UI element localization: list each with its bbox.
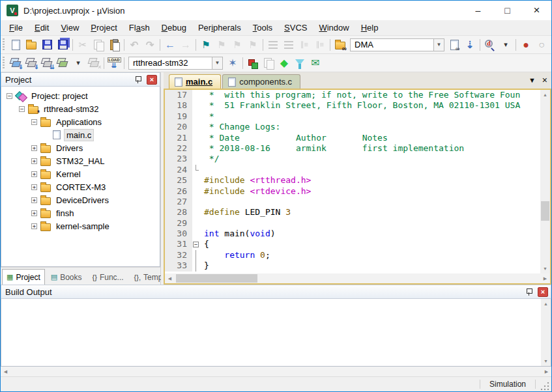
comment-button[interactable]: ∥≡ [297, 37, 312, 53]
select-packs-button[interactable] [292, 55, 308, 71]
indent-button[interactable] [265, 37, 281, 53]
toolbar-grip[interactable] [2, 38, 6, 51]
lookup-dropdown[interactable]: ▾ [498, 37, 514, 53]
kill-breakpoints-button[interactable] [549, 37, 551, 53]
editor-vscrollbar[interactable]: ▲ ▼ [540, 90, 550, 273]
expand-icon[interactable]: + [31, 210, 37, 216]
breakpoint-button[interactable]: ● [518, 37, 534, 53]
scroll-left-icon[interactable]: ◀ [1, 367, 10, 376]
menu-peripherals[interactable]: Peripherals [192, 21, 247, 35]
navigate-forward-button[interactable]: → [178, 37, 194, 53]
hscroll-thumb[interactable] [176, 274, 257, 283]
bookmark-clear-button[interactable]: ⚑ [245, 37, 261, 53]
scroll-left-icon[interactable]: ◀ [165, 273, 175, 283]
collapse-icon[interactable]: − [31, 119, 37, 125]
tree-item-drivers[interactable]: +Drivers [1, 141, 160, 154]
panel-tab-project[interactable]: ▦Project [2, 269, 45, 285]
open-button[interactable] [23, 37, 39, 53]
find-in-files-doc-button[interactable]: ∞ [446, 37, 462, 53]
close-document-icon[interactable]: × [542, 75, 547, 85]
tree-item-applications[interactable]: −Applications [1, 115, 160, 128]
scroll-up-icon[interactable]: ▲ [541, 299, 551, 309]
stop-build-button[interactable]: × [86, 55, 102, 71]
pin-icon[interactable] [525, 287, 534, 296]
cut-button[interactable]: ✂ [75, 37, 91, 53]
expand-icon[interactable]: + [31, 184, 37, 190]
lookup-button[interactable]: d [482, 37, 498, 53]
incremental-find-button[interactable]: ⇣ [462, 37, 478, 53]
build-output-hscrollbar[interactable]: ◀ ▶ [1, 367, 551, 376]
tree-item-kernel-sample[interactable]: +kernel-sample [1, 219, 160, 232]
expand-icon[interactable]: + [31, 197, 37, 203]
scroll-down-icon[interactable]: ▼ [540, 264, 550, 273]
scroll-down-icon[interactable]: ▼ [541, 356, 551, 366]
navigate-back-button[interactable]: ← [162, 37, 178, 53]
build-output-close-icon[interactable]: × [538, 287, 548, 297]
tree-item-rtthread-stm32[interactable]: −*rtthread-stm32 [1, 102, 160, 115]
pin-icon[interactable] [134, 75, 143, 84]
find-in-files-button[interactable]: ∞ [332, 37, 348, 53]
expand-icon[interactable]: + [31, 171, 37, 177]
scroll-right-icon[interactable]: ▶ [542, 367, 551, 376]
bookmark-next-button[interactable]: ⚑ [229, 37, 245, 53]
save-button[interactable] [39, 37, 55, 53]
copy-button[interactable] [91, 37, 106, 53]
unindent-button[interactable] [281, 37, 297, 53]
menu-window[interactable]: Window [313, 21, 355, 35]
menu-help[interactable]: Help [355, 21, 385, 35]
tree-item-devicedrivers[interactable]: +DeviceDrivers [1, 193, 160, 206]
editor-hscrollbar[interactable]: ◀ ▶ [165, 273, 550, 283]
pack-installer-button[interactable]: ✉ [308, 55, 323, 71]
save-all-button[interactable] [55, 37, 70, 53]
menu-view[interactable]: View [55, 21, 85, 35]
build-output-vscrollbar[interactable]: ▲ ▼ [541, 299, 551, 366]
batch-build-dropdown[interactable]: ▾ [70, 55, 86, 71]
maximize-button[interactable]: □ [493, 1, 522, 20]
tree-item-cortex-m3[interactable]: +CORTEX-M3 [1, 180, 160, 193]
bookmark-prev-button[interactable]: ⚑ [214, 37, 229, 53]
close-button[interactable]: × [522, 1, 551, 20]
translate-file-button[interactable]: ⇓ [8, 55, 23, 71]
build-button[interactable]: ⇓ [23, 55, 39, 71]
search-combobox[interactable]: DMA▼ [350, 38, 444, 51]
minimize-button[interactable]: – [463, 1, 493, 20]
rebuild-button[interactable]: ⇊ [39, 55, 55, 71]
tab-list-icon[interactable]: ▼ [529, 76, 536, 84]
new-file-button[interactable] [8, 37, 23, 53]
scroll-right-icon[interactable]: ▶ [540, 273, 550, 283]
multi-project-button[interactable] [261, 55, 276, 71]
menu-file[interactable]: File [3, 21, 29, 35]
tree-item-main-c[interactable]: main.c [1, 128, 160, 141]
editor-tab-main-c[interactable]: main.c [169, 74, 221, 89]
editor-tab-components-c[interactable]: components.c [222, 74, 300, 89]
build-output-text[interactable] [1, 299, 541, 366]
manage-project-items-button[interactable] [245, 55, 261, 71]
bookmark-toggle-button[interactable]: ⚑ [198, 37, 214, 53]
toolbar-grip[interactable] [2, 57, 6, 70]
uncomment-button[interactable]: ∥≡ [312, 37, 328, 53]
manage-rte-button[interactable]: ◆ [276, 55, 292, 71]
tree-item-finsh[interactable]: +finsh [1, 206, 160, 219]
download-button[interactable]: LOAD⇊ [106, 55, 122, 71]
tree-item-kernel[interactable]: +Kernel [1, 167, 160, 180]
menu-edit[interactable]: Edit [29, 21, 55, 35]
menu-flash[interactable]: Flash [123, 21, 156, 35]
menu-project[interactable]: Project [85, 21, 123, 35]
project-panel-close-icon[interactable]: × [147, 75, 157, 85]
paste-button[interactable] [106, 37, 122, 53]
breakpoint-disabled-button[interactable]: ○ [534, 37, 549, 53]
options-for-target-button[interactable]: ✶ [225, 55, 240, 71]
tree-item-project-project[interactable]: −Project: project [1, 89, 160, 102]
target-combobox[interactable]: rtthread-stm32▼ [128, 57, 223, 70]
panel-tab-func[interactable]: {}Func... [88, 269, 128, 285]
tree-item-stm32-hal[interactable]: +STM32_HAL [1, 154, 160, 167]
expand-icon[interactable]: + [31, 158, 37, 164]
resize-grip[interactable] [541, 382, 550, 391]
code-editor[interactable]: 17 * with this program; if not, write to… [165, 90, 540, 273]
scroll-up-icon[interactable]: ▲ [540, 90, 550, 100]
redo-button[interactable]: ↷ [142, 37, 158, 53]
panel-tab-books[interactable]: ▤Books [46, 269, 87, 285]
chevron-down-icon[interactable]: ▼ [212, 57, 223, 70]
fold-collapse-icon[interactable]: − [193, 242, 199, 247]
vscroll-thumb[interactable] [541, 201, 549, 221]
